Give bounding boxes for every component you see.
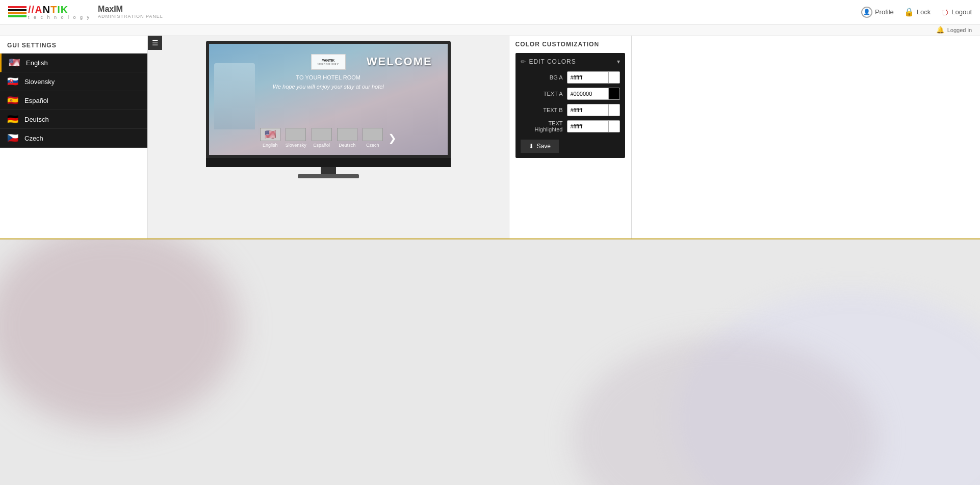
texth-input-wrap	[567, 120, 620, 132]
edit-colors-label: EDIT COLORS	[529, 58, 576, 65]
sidebar-item-slovensky[interactable]: 🇸🇰 Slovensky	[0, 72, 147, 91]
texth-swatch[interactable]	[608, 121, 620, 132]
hamburger-icon: ☰	[152, 39, 159, 47]
textb-label: TEXT B	[532, 107, 563, 113]
building-shape	[214, 63, 255, 129]
lang-deutsch: Deutsch	[24, 116, 49, 123]
texta-swatch[interactable]	[608, 88, 620, 99]
texth-input[interactable]	[568, 122, 608, 131]
textb-input[interactable]	[568, 105, 608, 115]
tv-stand	[206, 167, 451, 178]
bga-input-wrap	[567, 71, 620, 84]
texta-input-wrap	[567, 88, 620, 100]
navbar-right: 👤 Profile 🔒 Lock ⭯ Logout	[861, 7, 972, 18]
logo-text-area: //ANTIK t e c h n o l o g y	[28, 4, 91, 20]
lang-slovensky: Slovensky	[24, 78, 55, 86]
sidebar-item-czech[interactable]: 🇨🇿 Czech	[0, 129, 147, 148]
logo-tech: t e c h n o l o g y	[28, 15, 91, 20]
flag-slovensky: 🇸🇰	[7, 77, 19, 86]
color-editor-header: ✏ EDIT COLORS ▾	[521, 58, 620, 65]
logo-area: //ANTIK t e c h n o l o g y MaxIM ADMINI…	[8, 4, 163, 20]
logo-admin-sub: ADMINISTRATION PANEL	[98, 14, 163, 19]
tv-lang-label-english: English	[263, 143, 278, 148]
logo-maxim: MaxIM ADMINISTRATION PANEL	[98, 5, 163, 19]
tv-flag-deutsch	[337, 128, 357, 141]
profile-icon: 👤	[861, 7, 872, 18]
logout-button[interactable]: ⭯ Logout	[941, 8, 972, 17]
save-button[interactable]: ⬇ Save	[521, 140, 559, 153]
navbar: //ANTIK t e c h n o l o g y MaxIM ADMINI…	[0, 0, 980, 24]
tv-neck	[321, 167, 336, 174]
color-editor-title: ✏ EDIT COLORS	[521, 58, 576, 65]
tv-screen: //ANTIK technology WELCOME TO YOUR HOTEL…	[206, 41, 451, 158]
tv-lang-espanol[interactable]: Español	[312, 128, 332, 148]
antik-logo: //ANTIK	[28, 4, 91, 15]
chevron-down-icon[interactable]: ▾	[617, 58, 620, 65]
lang-espanol: Español	[24, 97, 48, 104]
tv-bezel-bottom	[206, 158, 451, 167]
tv-lang-label-espanol: Español	[314, 143, 330, 148]
textb-swatch[interactable]	[608, 104, 620, 116]
tv-languages: 🇺🇸 English Slovensky Español Deutsch	[209, 128, 448, 148]
pencil-icon: ✏	[521, 58, 526, 65]
bg-shape1	[0, 239, 240, 428]
sidebar-item-espanol[interactable]: 🇪🇸 Español	[0, 91, 147, 110]
tv-lang-czech[interactable]: Czech	[363, 128, 383, 148]
textb-input-wrap	[567, 104, 620, 116]
color-panel-title: COLOR CUSTOMIZATION	[515, 41, 625, 48]
flag-czech: 🇨🇿	[7, 134, 19, 142]
stripe-red	[8, 6, 27, 8]
stripe-green	[8, 15, 27, 17]
tv-logo-box: //ANTIK technology	[311, 54, 346, 70]
tv-lang-slovensky[interactable]: Slovensky	[286, 128, 306, 148]
logout-icon: ⭯	[941, 8, 949, 17]
sidebar-item-english[interactable]: 🇺🇸 English	[0, 53, 147, 72]
bga-input[interactable]	[568, 73, 608, 82]
lang-english: English	[26, 59, 48, 67]
profile-button[interactable]: 👤 Profile	[861, 7, 894, 18]
flag-deutsch: 🇩🇪	[7, 115, 19, 123]
stripe-black	[8, 9, 27, 11]
color-row-bga: BG A	[521, 71, 620, 84]
tv-lang-english[interactable]: 🇺🇸 English	[260, 128, 280, 148]
lock-button[interactable]: 🔒 Lock	[904, 7, 931, 17]
profile-label: Profile	[875, 8, 894, 16]
main-content: GUI SETTINGS 🇺🇸 English 🇸🇰 Slovensky 🇪🇸 …	[0, 36, 980, 239]
menu-icon-button[interactable]: ☰	[148, 36, 162, 50]
tv-container: //ANTIK technology WELCOME TO YOUR HOTEL…	[206, 41, 451, 178]
logo-maxim-title: MaxIM	[98, 5, 163, 14]
navbar-left: //ANTIK t e c h n o l o g y MaxIM ADMINI…	[8, 4, 163, 20]
tv-flag-english: 🇺🇸	[260, 128, 280, 141]
right-area	[632, 36, 981, 238]
lock-label: Lock	[917, 8, 931, 16]
tv-flag-czech	[363, 128, 383, 141]
tv-arrow[interactable]: ❯	[388, 132, 397, 144]
texta-label: TEXT A	[532, 91, 563, 97]
logged-in-label: Logged in	[947, 27, 972, 33]
bga-swatch[interactable]	[608, 72, 620, 83]
stripe-orange	[8, 12, 27, 14]
tv-flag-espanol	[312, 128, 332, 141]
bga-label: BG A	[532, 74, 563, 80]
bell-icon: 🔔	[936, 26, 944, 34]
tv-lang-label-czech: Czech	[366, 143, 379, 148]
color-panel: COLOR CUSTOMIZATION ✏ EDIT COLORS ▾ BG A	[509, 36, 632, 238]
save-label: Save	[537, 143, 551, 150]
tv-flag-slovensky	[286, 128, 306, 141]
texta-input[interactable]	[568, 89, 608, 98]
tv-base	[298, 174, 359, 178]
sidebar-item-deutsch[interactable]: 🇩🇪 Deutsch	[0, 110, 147, 129]
center-preview: ☰ //ANTIK technology WELCOME TO YOUR HOT…	[148, 36, 509, 238]
tv-lang-label-deutsch: Deutsch	[339, 143, 355, 148]
background-section	[0, 239, 980, 485]
tv-welcome-text: WELCOME	[367, 55, 432, 68]
color-row-textb: TEXT B	[521, 104, 620, 116]
texth-label: TEXTHighlighted	[532, 120, 563, 132]
lock-icon: 🔒	[904, 7, 914, 17]
save-icon: ⬇	[529, 143, 534, 150]
tv-lang-label-slovensky: Slovensky	[286, 143, 306, 148]
tv-subtitle2: We hope you will enjoy your stay at our …	[209, 84, 448, 90]
tv-lang-deutsch[interactable]: Deutsch	[337, 128, 357, 148]
logout-label: Logout	[951, 8, 972, 16]
color-row-texta: TEXT A	[521, 88, 620, 100]
